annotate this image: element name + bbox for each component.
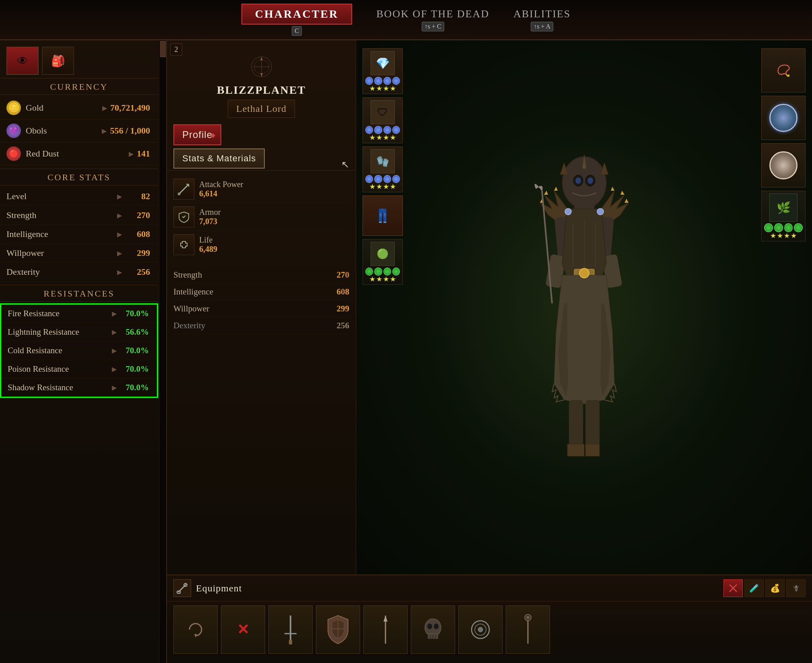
resistances-list: Fire Resistance ▶ 70.0% Lightning Resist… [0, 303, 158, 398]
bag-icon-button[interactable]: 🎒 [42, 47, 74, 75]
stat-row-willpower: Willpower ▶ 299 [0, 244, 158, 263]
armor-label: Armor [199, 208, 349, 217]
character-tab-label[interactable]: CHARACTER [241, 4, 352, 25]
armor-row: Armor 7,073 [173, 203, 349, 231]
svg-point-9 [178, 193, 180, 195]
left-equipment-slots: 💎 🛡 [363, 48, 403, 285]
character-title-box: Lethal Lord [228, 100, 295, 118]
character-tab[interactable]: CHARACTER C [241, 4, 352, 36]
poison-resistance-label: Poison Resistance [8, 364, 112, 374]
attr-strength-value: 270 [337, 270, 350, 280]
equip-slot-2[interactable]: ✕ [221, 605, 265, 654]
equip-slot-1[interactable] [173, 605, 218, 654]
abilities-tab-label[interactable]: ABILITIES [513, 8, 571, 20]
equipment-slots-row: ✕ [167, 601, 812, 658]
resistance-row-cold: Cold Resistance ▶ 70.0% [1, 342, 157, 360]
svg-point-17 [587, 177, 593, 184]
svg-point-61 [526, 616, 530, 619]
ring1-slot[interactable] [761, 96, 806, 140]
boots-slot[interactable]: 🟢 [363, 239, 403, 285]
svg-point-58 [478, 627, 483, 632]
filter-btn-weapons[interactable] [723, 579, 743, 597]
attr-willpower-label: Willpower [173, 304, 337, 314]
fire-resistance-label: Fire Resistance [8, 309, 112, 319]
level-value: 82 [126, 191, 150, 202]
gloves-slot[interactable]: 🧤 [363, 146, 403, 192]
left-panel-scrollbar[interactable] [159, 40, 166, 663]
svg-marker-23 [620, 191, 624, 195]
svg-point-34 [565, 208, 571, 215]
cross-icon: ✕ [237, 621, 249, 638]
equip-slot-7[interactable] [458, 605, 503, 654]
dexterity-label: Dexterity [6, 267, 117, 277]
svg-rect-31 [585, 400, 600, 448]
currency-section-title: CURRENCY [0, 78, 158, 95]
bag-icon: 🎒 [51, 54, 65, 68]
abilities-key: ↑s + A [531, 22, 553, 31]
reddust-value: 141 [137, 148, 150, 159]
equip-slot-3[interactable] [268, 605, 313, 654]
cold-resistance-value: 70.0% [121, 346, 149, 356]
equip-slot-6[interactable] [411, 605, 455, 654]
equip-slot-8[interactable] [506, 605, 550, 654]
attr-dexterity-row: Dexterity 256 [173, 317, 349, 334]
attr-dexterity-value: 256 [337, 321, 350, 331]
book-tab[interactable]: BOOK OF THE DEAD ↑s + C [376, 8, 489, 31]
attr-intelligence-label: Intelligence [173, 287, 337, 297]
character-shortcut: C [292, 26, 302, 36]
svg-point-33 [579, 268, 589, 278]
strength-label: Strength [6, 210, 117, 220]
scrollbar-thumb [160, 41, 166, 57]
shadow-resistance-label: Shadow Resistance [8, 383, 112, 393]
poison-resistance-value: 70.0% [121, 364, 149, 374]
intelligence-label: Intelligence [6, 229, 117, 239]
lightning-resistance-value: 56.6% [121, 327, 149, 337]
center-panel: 2 BLIZZPLANET Lethal Lord Profile Stats … [167, 40, 356, 663]
filter-btn-flask[interactable]: 🧪 [744, 579, 764, 597]
fire-resistance-value: 70.0% [121, 309, 149, 319]
stats-materials-button[interactable]: Stats & Materials [173, 148, 265, 169]
reddust-icon: 🔴 [6, 146, 21, 161]
svg-marker-21 [554, 187, 558, 191]
stat-row-dexterity: Dexterity ▶ 256 [0, 263, 158, 282]
gold-icon: 🪙 [6, 101, 21, 115]
attack-power-value: 6,614 [199, 189, 349, 198]
profile-button[interactable]: Profile [173, 124, 221, 145]
svg-line-6 [179, 184, 189, 194]
top-navigation: CHARACTER C BOOK OF THE DEAD ↑s + C ABIL… [0, 0, 812, 40]
chest-slot[interactable]: 🛡 [363, 97, 403, 143]
pants-slot[interactable]: 👖 [363, 196, 403, 236]
svg-point-35 [597, 208, 604, 215]
intelligence-value: 608 [126, 229, 150, 239]
equip-slot-4[interactable] [316, 605, 360, 654]
equip-slot-5[interactable] [363, 605, 408, 654]
attr-intelligence-row: Intelligence 608 [173, 284, 349, 301]
currency-row-obols: 💜 Obols ▶ 556 / 1,000 [0, 119, 158, 142]
ring2-slot[interactable] [761, 143, 806, 187]
eye-icon-button[interactable]: 👁 [6, 47, 39, 75]
book-tab-label[interactable]: BOOK OF THE DEAD [376, 8, 489, 20]
abilities-tab[interactable]: ABILITIES ↑s + A [513, 8, 571, 31]
equipment-filter-buttons: 🧪 💰 🗡 [723, 579, 806, 597]
svg-marker-22 [624, 199, 629, 203]
resistance-row-poison: Poison Resistance ▶ 70.0% [1, 360, 157, 379]
helm-slot[interactable]: 💎 [363, 48, 403, 94]
amulet-slot[interactable]: 📿 [761, 48, 806, 93]
character-name: BLIZZPLANET [173, 84, 349, 97]
reddust-label: Red Dust [26, 148, 126, 159]
obols-divider: ▶ [102, 127, 107, 135]
resistance-row-shadow: Shadow Resistance ▶ 70.0% [1, 379, 157, 397]
filter-btn-currency[interactable]: 💰 [765, 579, 785, 597]
offhand-slot[interactable]: 🌿 [761, 191, 806, 241]
svg-marker-24 [611, 187, 614, 191]
life-icon [173, 234, 194, 255]
filter-btn-other[interactable]: 🗡 [786, 579, 806, 597]
svg-point-52 [434, 624, 439, 629]
svg-marker-20 [544, 191, 548, 195]
stat-row-intelligence: Intelligence ▶ 608 [0, 225, 158, 244]
life-info: Life 6,489 [199, 235, 349, 254]
equipment-header-icon [173, 579, 191, 597]
attack-power-info: Attack Power 6,614 [199, 180, 349, 198]
equipment-title: Equipment [196, 583, 719, 594]
svg-rect-30 [569, 400, 583, 448]
